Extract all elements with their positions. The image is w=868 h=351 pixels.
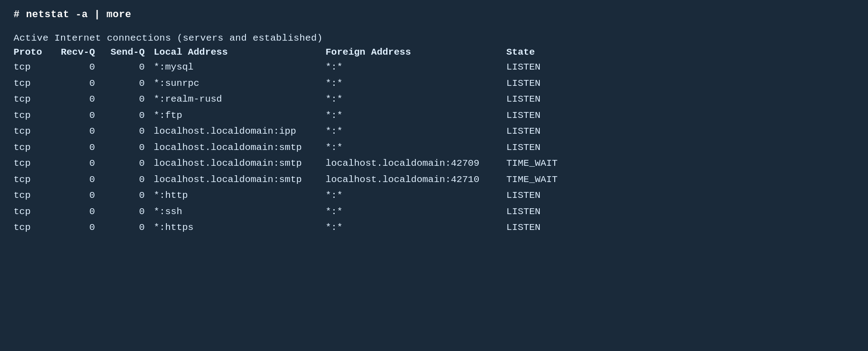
table-row: tcp00*:realm-rusd*:*LISTEN xyxy=(14,92,854,107)
cell-recvq: 0 xyxy=(54,140,104,155)
cell-recvq: 0 xyxy=(54,156,104,171)
cell-local: *:ftp xyxy=(154,108,326,123)
cell-state: TIME_WAIT xyxy=(506,173,597,187)
cell-foreign: *:* xyxy=(326,124,506,139)
cell-sendq: 0 xyxy=(104,124,154,139)
netstat-table: Proto Recv-Q Send-Q Local Address Foreig… xyxy=(14,47,854,235)
cell-foreign: *:* xyxy=(326,220,506,235)
cell-recvq: 0 xyxy=(54,173,104,187)
cell-state: LISTEN xyxy=(506,205,597,219)
cell-proto: tcp xyxy=(14,140,54,155)
cell-proto: tcp xyxy=(14,76,54,91)
section-title: Active Internet connections (servers and… xyxy=(14,33,854,43)
table-row: tcp00*:http*:*LISTEN xyxy=(14,188,854,203)
cell-sendq: 0 xyxy=(104,220,154,235)
cell-proto: tcp xyxy=(14,92,54,107)
header-local: Local Address xyxy=(154,47,326,57)
cell-sendq: 0 xyxy=(104,108,154,123)
table-row: tcp00*:sunrpc*:*LISTEN xyxy=(14,76,854,91)
cell-state: LISTEN xyxy=(506,60,597,75)
cell-foreign: *:* xyxy=(326,188,506,203)
cell-sendq: 0 xyxy=(104,188,154,203)
header-sendq: Send-Q xyxy=(104,47,154,57)
terminal-window: # netstat -a | more Active Internet conn… xyxy=(14,9,854,342)
cell-local: localhost.localdomain:smtp xyxy=(154,140,326,155)
cell-state: LISTEN xyxy=(506,76,597,91)
cell-proto: tcp xyxy=(14,220,54,235)
table-row: tcp00localhost.localdomain:ipp*:*LISTEN xyxy=(14,124,854,139)
cell-recvq: 0 xyxy=(54,124,104,139)
cell-proto: tcp xyxy=(14,205,54,219)
cell-foreign: *:* xyxy=(326,76,506,91)
cell-recvq: 0 xyxy=(54,205,104,219)
table-row: tcp00localhost.localdomain:smtp*:*LISTEN xyxy=(14,140,854,155)
cell-proto: tcp xyxy=(14,108,54,123)
cell-sendq: 0 xyxy=(104,60,154,75)
table-row: tcp00*:ftp*:*LISTEN xyxy=(14,108,854,123)
cell-foreign: *:* xyxy=(326,108,506,123)
cell-local: localhost.localdomain:ipp xyxy=(154,124,326,139)
cell-sendq: 0 xyxy=(104,205,154,219)
cell-sendq: 0 xyxy=(104,156,154,171)
cell-state: LISTEN xyxy=(506,124,597,139)
cell-foreign: *:* xyxy=(326,205,506,219)
table-row: tcp00*:ssh*:*LISTEN xyxy=(14,205,854,219)
cell-recvq: 0 xyxy=(54,76,104,91)
table-row: tcp00*:https*:*LISTEN xyxy=(14,220,854,235)
cell-local: localhost.localdomain:smtp xyxy=(154,173,326,187)
cell-recvq: 0 xyxy=(54,220,104,235)
cell-state: LISTEN xyxy=(506,108,597,123)
cell-local: *:mysql xyxy=(154,60,326,75)
cell-recvq: 0 xyxy=(54,60,104,75)
cell-foreign: localhost.localdomain:42709 xyxy=(326,156,506,171)
cell-local: *:ssh xyxy=(154,205,326,219)
cell-sendq: 0 xyxy=(104,140,154,155)
cell-state: LISTEN xyxy=(506,140,597,155)
cell-state: TIME_WAIT xyxy=(506,156,597,171)
cell-proto: tcp xyxy=(14,173,54,187)
cell-local: *:http xyxy=(154,188,326,203)
cell-state: LISTEN xyxy=(506,92,597,107)
cell-proto: tcp xyxy=(14,124,54,139)
table-body: tcp00*:mysql*:*LISTENtcp00*:sunrpc*:*LIS… xyxy=(14,60,854,235)
cell-foreign: *:* xyxy=(326,140,506,155)
command-line: # netstat -a | more xyxy=(14,9,854,20)
header-recvq: Recv-Q xyxy=(54,47,104,57)
cell-proto: tcp xyxy=(14,60,54,75)
cell-local: *:realm-rusd xyxy=(154,92,326,107)
cell-proto: tcp xyxy=(14,188,54,203)
cell-state: LISTEN xyxy=(506,188,597,203)
cell-recvq: 0 xyxy=(54,92,104,107)
cell-foreign: localhost.localdomain:42710 xyxy=(326,173,506,187)
cell-recvq: 0 xyxy=(54,188,104,203)
cell-state: LISTEN xyxy=(506,220,597,235)
cell-local: *:https xyxy=(154,220,326,235)
table-row: tcp00*:mysql*:*LISTEN xyxy=(14,60,854,75)
header-foreign: Foreign Address xyxy=(326,47,506,57)
cell-local: *:sunrpc xyxy=(154,76,326,91)
cell-sendq: 0 xyxy=(104,76,154,91)
cell-proto: tcp xyxy=(14,156,54,171)
cell-recvq: 0 xyxy=(54,108,104,123)
table-header: Proto Recv-Q Send-Q Local Address Foreig… xyxy=(14,47,854,57)
cell-sendq: 0 xyxy=(104,173,154,187)
header-state: State xyxy=(506,47,597,57)
cell-sendq: 0 xyxy=(104,92,154,107)
header-proto: Proto xyxy=(14,47,54,57)
table-row: tcp00localhost.localdomain:smtplocalhost… xyxy=(14,173,854,187)
cell-foreign: *:* xyxy=(326,60,506,75)
cell-local: localhost.localdomain:smtp xyxy=(154,156,326,171)
table-row: tcp00localhost.localdomain:smtplocalhost… xyxy=(14,156,854,171)
cell-foreign: *:* xyxy=(326,92,506,107)
